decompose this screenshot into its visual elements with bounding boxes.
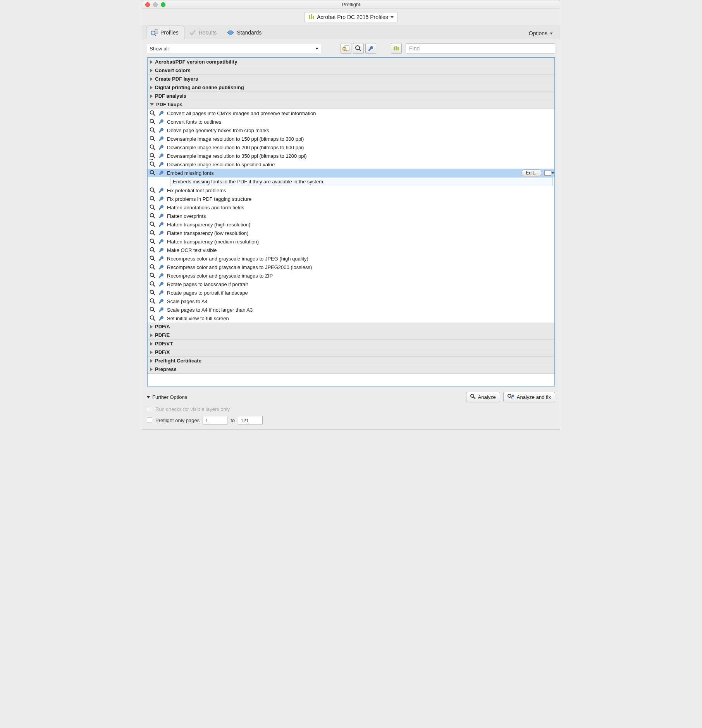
fixup-row[interactable]: Convert fonts to outlines	[148, 117, 554, 126]
svg-point-49	[150, 265, 154, 268]
fixup-row[interactable]: Embed missing fontsEdit...	[148, 169, 554, 177]
magnifier-icon	[149, 110, 156, 117]
flag-dropdown[interactable]	[544, 170, 551, 176]
view-profiles-button[interactable]	[341, 43, 351, 54]
category-row[interactable]: Acrobat/PDF version compatibility	[148, 58, 554, 66]
magnifier-icon	[149, 289, 156, 296]
category-label: PDF/VT	[155, 341, 173, 347]
svg-point-51	[150, 273, 154, 277]
analyze-button[interactable]: Analyze	[466, 392, 500, 402]
page-from-input[interactable]	[203, 416, 227, 424]
fixup-row[interactable]: Set initial view to full screen	[148, 314, 554, 323]
tab-profiles[interactable]: Profiles	[146, 26, 184, 39]
fixup-row[interactable]: Derive page geometry boxes from crop mar…	[148, 126, 554, 135]
category-label: Preflight Certificate	[155, 358, 201, 364]
fixup-row[interactable]: Fix potential font problems	[148, 186, 554, 195]
find-input[interactable]	[406, 43, 555, 53]
category-label: Create PDF layers	[155, 76, 198, 82]
svg-line-46	[153, 251, 155, 253]
fixup-row[interactable]: Make OCR text visible	[148, 246, 554, 254]
page-to-input[interactable]	[238, 416, 263, 424]
fixup-row[interactable]: Downsample image resolution to specified…	[148, 160, 554, 169]
fixup-label: Downsample image resolution to 350 ppi (…	[166, 153, 307, 159]
filter-combo[interactable]: Show all	[147, 44, 321, 53]
disclosure-triangle-icon	[150, 69, 153, 72]
svg-line-11	[359, 49, 361, 51]
svg-rect-14	[397, 47, 399, 50]
fixup-row[interactable]: Downsample image resolution to 150 ppi (…	[148, 135, 554, 143]
category-row[interactable]: PDF fixups	[148, 100, 554, 109]
category-label: Convert colors	[155, 67, 191, 73]
disclosure-triangle-icon	[150, 60, 153, 64]
category-row[interactable]: Prepress	[148, 365, 554, 374]
fixup-label: Derive page geometry boxes from crop mar…	[166, 128, 269, 133]
fixup-label: Flatten transparency (low resolution)	[166, 230, 248, 236]
svg-point-23	[150, 145, 154, 148]
category-row[interactable]: Create PDF layers	[148, 75, 554, 83]
svg-rect-1	[311, 14, 312, 19]
category-row[interactable]: PDF/X	[148, 348, 554, 357]
fixup-row[interactable]: Scale pages to A4	[148, 297, 554, 305]
svg-line-62	[153, 319, 155, 321]
svg-point-15	[150, 111, 154, 114]
svg-marker-6	[227, 30, 234, 35]
svg-point-41	[150, 231, 154, 234]
category-row[interactable]: PDF/VT	[148, 340, 554, 348]
filter-combo-value: Show all	[150, 46, 169, 52]
svg-line-42	[153, 234, 155, 236]
analyze-and-fix-button[interactable]: Analyze and fix	[503, 392, 555, 402]
analyze-and-fix-label: Analyze and fix	[517, 394, 551, 400]
category-row[interactable]: PDF analysis	[148, 92, 554, 100]
fixup-label: Rotate pages to portrait if landscape	[166, 290, 248, 296]
fixup-row[interactable]: Rotate pages to portrait if landscape	[148, 288, 554, 297]
category-row[interactable]: Convert colors	[148, 66, 554, 75]
svg-point-27	[150, 162, 154, 166]
fixup-label: Recompress color and grayscale images to…	[166, 264, 312, 270]
magnifier-icon	[149, 118, 156, 125]
wrench-icon	[158, 289, 165, 296]
further-options-toggle[interactable]: Further Options	[147, 394, 187, 400]
fixup-row[interactable]: Downsample image resolution to 200 ppi (…	[148, 143, 554, 152]
category-row[interactable]: Digital printing and online publishing	[148, 83, 554, 92]
libraries-button[interactable]	[391, 43, 402, 54]
fixup-label: Downsample image resolution to 200 ppi (…	[166, 145, 304, 150]
to-label: to	[231, 417, 235, 423]
wrench-icon	[158, 247, 165, 254]
view-fixups-button[interactable]	[365, 43, 376, 54]
magnifier-icon	[149, 281, 156, 288]
preflight-only-pages-checkbox[interactable]	[147, 417, 152, 423]
svg-point-17	[150, 119, 154, 123]
view-checks-button[interactable]	[353, 43, 364, 54]
fixup-row[interactable]: Recompress color and grayscale images to…	[148, 263, 554, 271]
svg-point-59	[150, 307, 154, 311]
profiles-tree[interactable]: Acrobat/PDF version compatibilityConvert…	[147, 57, 555, 386]
fixup-row[interactable]: Convert all pages into CMYK images and p…	[148, 109, 554, 117]
fixup-row[interactable]: Flatten transparency (high resolution)	[148, 220, 554, 229]
edit-button[interactable]: Edit...	[521, 169, 542, 176]
tab-results[interactable]: Results	[184, 26, 223, 39]
category-row[interactable]: PDF/A	[148, 323, 554, 331]
fixup-row[interactable]: Recompress color and grayscale images to…	[148, 271, 554, 280]
fixup-row[interactable]: Flatten transparency (low resolution)	[148, 229, 554, 237]
options-menu[interactable]: Options	[526, 28, 556, 39]
tab-standards[interactable]: Standards	[222, 26, 267, 39]
wrench-icon	[158, 187, 165, 194]
disclosure-triangle-icon	[150, 367, 153, 371]
fixup-row[interactable]: Scale pages to A4 if not larger than A3	[148, 305, 554, 314]
fixup-row[interactable]: Flatten overprints	[148, 212, 554, 220]
profile-set-dropdown[interactable]: Acrobat Pro DC 2015 Profiles	[304, 12, 398, 22]
category-row[interactable]: Preflight Certificate	[148, 357, 554, 365]
wrench-icon	[158, 204, 165, 211]
main-tabs: Profiles Results Standards Options	[142, 25, 560, 39]
fixup-row[interactable]: Fix problems in PDF tagging structure	[148, 195, 554, 203]
fixup-row[interactable]: Downsample image resolution to 350 ppi (…	[148, 152, 554, 160]
fixup-row[interactable]: Flatten transparency (medium resolution)	[148, 237, 554, 246]
fixup-row[interactable]: Recompress color and grayscale images to…	[148, 254, 554, 263]
bars-icon	[308, 14, 315, 20]
svg-point-57	[150, 299, 154, 302]
fixup-row[interactable]: Flatten annotations and form fields	[148, 203, 554, 212]
fixup-row[interactable]: Rotate pages to landscape if portrait	[148, 280, 554, 288]
magnifier-icon	[149, 229, 156, 236]
svg-point-43	[150, 239, 154, 243]
category-row[interactable]: PDF/E	[148, 331, 554, 340]
